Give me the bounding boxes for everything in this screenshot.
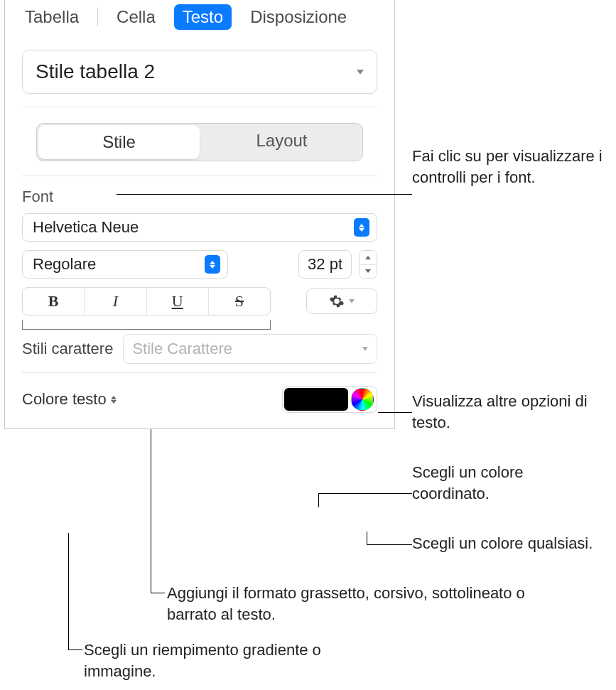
- tab-separator: [97, 8, 98, 26]
- font-family-value: Helvetica Neue: [33, 218, 139, 237]
- chevron-down-icon: [362, 347, 368, 351]
- popup-arrow-up-icon: [111, 396, 117, 399]
- italic-button[interactable]: I: [85, 288, 146, 315]
- callout-bracket: [22, 320, 271, 330]
- character-styles-label: Stili carattere: [22, 340, 113, 358]
- inspector-panel: Tabella Cella Testo Disposizione Stile t…: [4, 0, 395, 429]
- chevron-down-icon: [349, 299, 355, 303]
- popup-arrows-icon: [205, 255, 220, 274]
- callout-textcolor: Scegli un riempimento gradiente o immagi…: [84, 640, 340, 681]
- divider: [22, 176, 377, 176]
- font-family-popup[interactable]: Helvetica Neue: [22, 213, 377, 242]
- stepper-down[interactable]: [360, 264, 377, 279]
- callout-biu: Aggiungi il formato grassetto, corsivo, …: [167, 583, 536, 625]
- text-color-label: Colore testo: [22, 390, 107, 409]
- underline-button[interactable]: U: [147, 288, 209, 315]
- character-style-popup[interactable]: Stile Carattere: [123, 334, 377, 364]
- tab-text[interactable]: Testo: [174, 4, 232, 30]
- advanced-options-button[interactable]: [306, 289, 377, 314]
- callout-gear: Visualizza altre opzioni di testo.: [412, 391, 604, 433]
- callout-leader: [151, 593, 165, 593]
- callout-wheel: Scegli un colore qualsiasi.: [412, 533, 604, 554]
- callout-leader: [318, 493, 412, 494]
- color-wheel-button[interactable]: [351, 388, 374, 411]
- font-weight-value: Regolare: [33, 255, 96, 274]
- inspector-tabbar: Tabella Cella Testo Disposizione: [5, 0, 394, 34]
- font-size-stepper[interactable]: [359, 250, 377, 279]
- color-swatch[interactable]: [284, 388, 348, 411]
- tab-arrange[interactable]: Disposizione: [242, 4, 355, 30]
- callout-leader: [378, 412, 412, 413]
- character-style-placeholder: Stile Carattere: [132, 340, 232, 358]
- callout-swatch: Scegli un colore coordinato.: [412, 462, 604, 504]
- segment-style[interactable]: Stile: [38, 125, 200, 159]
- font-size-value: 32 pt: [299, 251, 351, 278]
- tab-cell[interactable]: Cella: [108, 4, 164, 30]
- bold-button[interactable]: B: [23, 288, 85, 315]
- stepper-up[interactable]: [360, 251, 377, 264]
- popup-arrow-down-icon: [111, 400, 117, 404]
- font-weight-popup[interactable]: Regolare: [22, 250, 228, 279]
- text-style-buttons: B I U S: [22, 287, 271, 316]
- callout-leader: [68, 533, 69, 649]
- callout-leader: [117, 194, 412, 195]
- divider: [22, 107, 377, 107]
- chevron-down-icon: [357, 70, 364, 75]
- callout-leader: [367, 544, 412, 545]
- callout-style-tab: Fai clic su per visualizzare i controlli…: [412, 146, 604, 188]
- divider: [22, 372, 377, 373]
- paragraph-style-value: Stile tabella 2: [36, 60, 155, 83]
- font-section-label: Font: [22, 188, 377, 206]
- segment-layout[interactable]: Layout: [201, 124, 362, 161]
- style-layout-segmented: Stile Layout: [36, 123, 363, 161]
- callout-leader: [68, 649, 82, 650]
- tab-table[interactable]: Tabella: [16, 4, 87, 30]
- callout-leader: [318, 493, 319, 507]
- gear-icon: [329, 293, 345, 309]
- text-color-popup[interactable]: Colore testo: [22, 390, 117, 409]
- callout-leader: [367, 532, 367, 544]
- text-color-controls: [282, 386, 377, 413]
- paragraph-style-popup[interactable]: Stile tabella 2: [22, 50, 377, 94]
- callout-leader: [151, 429, 151, 593]
- font-size-field[interactable]: 32 pt: [298, 250, 352, 279]
- strike-button[interactable]: S: [209, 288, 270, 315]
- popup-arrows-icon: [354, 218, 369, 237]
